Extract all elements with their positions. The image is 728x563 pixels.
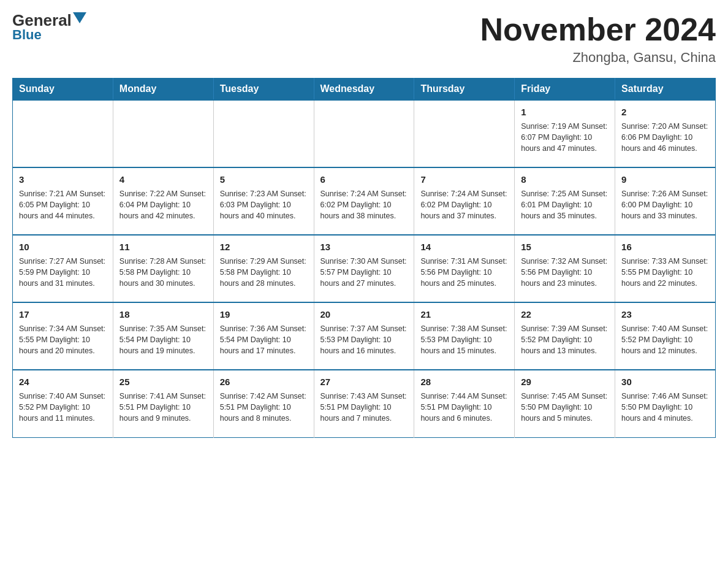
week-row-4: 17Sunrise: 7:34 AM Sunset: 5:55 PM Dayli… bbox=[13, 302, 716, 370]
calendar-cell bbox=[213, 100, 314, 167]
day-info: Sunrise: 7:22 AM Sunset: 6:04 PM Dayligh… bbox=[119, 188, 207, 221]
day-number: 20 bbox=[320, 308, 408, 321]
calendar-cell: 2Sunrise: 7:20 AM Sunset: 6:06 PM Daylig… bbox=[615, 100, 716, 167]
calendar-cell: 15Sunrise: 7:32 AM Sunset: 5:56 PM Dayli… bbox=[515, 235, 615, 302]
calendar-cell bbox=[113, 100, 213, 167]
logo-triangle-icon bbox=[73, 12, 86, 26]
day-number: 2 bbox=[621, 105, 709, 118]
day-info: Sunrise: 7:40 AM Sunset: 5:52 PM Dayligh… bbox=[19, 391, 107, 424]
day-number: 22 bbox=[521, 308, 609, 321]
calendar-cell: 26Sunrise: 7:42 AM Sunset: 5:51 PM Dayli… bbox=[213, 370, 314, 437]
day-number: 29 bbox=[521, 375, 609, 388]
title-area: November 2024 Zhongba, Gansu, China bbox=[480, 12, 716, 66]
weekday-header-monday: Monday bbox=[113, 79, 213, 101]
day-info: Sunrise: 7:20 AM Sunset: 6:06 PM Dayligh… bbox=[621, 121, 709, 154]
day-info: Sunrise: 7:23 AM Sunset: 6:03 PM Dayligh… bbox=[220, 188, 308, 221]
day-info: Sunrise: 7:30 AM Sunset: 5:57 PM Dayligh… bbox=[320, 256, 408, 289]
calendar-cell: 24Sunrise: 7:40 AM Sunset: 5:52 PM Dayli… bbox=[13, 370, 113, 437]
day-number: 26 bbox=[220, 375, 308, 388]
day-info: Sunrise: 7:31 AM Sunset: 5:56 PM Dayligh… bbox=[420, 256, 508, 289]
day-number: 23 bbox=[621, 308, 709, 321]
day-info: Sunrise: 7:40 AM Sunset: 5:52 PM Dayligh… bbox=[621, 323, 709, 356]
day-info: Sunrise: 7:26 AM Sunset: 6:00 PM Dayligh… bbox=[621, 188, 709, 221]
calendar-cell: 7Sunrise: 7:24 AM Sunset: 6:02 PM Daylig… bbox=[414, 167, 515, 235]
calendar-cell: 10Sunrise: 7:27 AM Sunset: 5:59 PM Dayli… bbox=[13, 235, 113, 302]
calendar-cell: 29Sunrise: 7:45 AM Sunset: 5:50 PM Dayli… bbox=[515, 370, 615, 437]
calendar-table: SundayMondayTuesdayWednesdayThursdayFrid… bbox=[12, 78, 716, 438]
day-number: 27 bbox=[320, 375, 408, 388]
calendar-cell: 8Sunrise: 7:25 AM Sunset: 6:01 PM Daylig… bbox=[515, 167, 615, 235]
calendar-title: November 2024 bbox=[480, 12, 716, 47]
day-info: Sunrise: 7:37 AM Sunset: 5:53 PM Dayligh… bbox=[320, 323, 408, 356]
day-number: 5 bbox=[220, 173, 308, 186]
day-number: 4 bbox=[119, 173, 207, 186]
day-info: Sunrise: 7:45 AM Sunset: 5:50 PM Dayligh… bbox=[521, 391, 609, 424]
calendar-cell: 21Sunrise: 7:38 AM Sunset: 5:53 PM Dayli… bbox=[414, 302, 515, 370]
svg-marker-0 bbox=[73, 12, 86, 23]
weekday-header-tuesday: Tuesday bbox=[213, 79, 314, 101]
day-info: Sunrise: 7:38 AM Sunset: 5:53 PM Dayligh… bbox=[420, 323, 508, 356]
calendar-cell: 18Sunrise: 7:35 AM Sunset: 5:54 PM Dayli… bbox=[113, 302, 213, 370]
logo-general-text: General bbox=[12, 12, 72, 28]
day-info: Sunrise: 7:33 AM Sunset: 5:55 PM Dayligh… bbox=[621, 256, 709, 289]
day-info: Sunrise: 7:39 AM Sunset: 5:52 PM Dayligh… bbox=[521, 323, 609, 356]
day-number: 16 bbox=[621, 240, 709, 253]
week-row-2: 3Sunrise: 7:21 AM Sunset: 6:05 PM Daylig… bbox=[13, 167, 716, 235]
day-number: 3 bbox=[19, 173, 107, 186]
calendar-cell: 16Sunrise: 7:33 AM Sunset: 5:55 PM Dayli… bbox=[615, 235, 716, 302]
weekday-header-friday: Friday bbox=[515, 79, 615, 101]
day-info: Sunrise: 7:24 AM Sunset: 6:02 PM Dayligh… bbox=[320, 188, 408, 221]
calendar-cell: 1Sunrise: 7:19 AM Sunset: 6:07 PM Daylig… bbox=[515, 100, 615, 167]
day-info: Sunrise: 7:34 AM Sunset: 5:55 PM Dayligh… bbox=[19, 323, 107, 356]
day-number: 19 bbox=[220, 308, 308, 321]
weekday-header-thursday: Thursday bbox=[414, 79, 515, 101]
day-info: Sunrise: 7:42 AM Sunset: 5:51 PM Dayligh… bbox=[220, 391, 308, 424]
calendar-cell: 13Sunrise: 7:30 AM Sunset: 5:57 PM Dayli… bbox=[314, 235, 414, 302]
calendar-cell: 6Sunrise: 7:24 AM Sunset: 6:02 PM Daylig… bbox=[314, 167, 414, 235]
day-info: Sunrise: 7:21 AM Sunset: 6:05 PM Dayligh… bbox=[19, 188, 107, 221]
calendar-cell: 28Sunrise: 7:44 AM Sunset: 5:51 PM Dayli… bbox=[414, 370, 515, 437]
day-info: Sunrise: 7:29 AM Sunset: 5:58 PM Dayligh… bbox=[220, 256, 308, 289]
day-number: 18 bbox=[119, 308, 207, 321]
week-row-5: 24Sunrise: 7:40 AM Sunset: 5:52 PM Dayli… bbox=[13, 370, 716, 437]
day-info: Sunrise: 7:24 AM Sunset: 6:02 PM Dayligh… bbox=[420, 188, 508, 221]
day-info: Sunrise: 7:28 AM Sunset: 5:58 PM Dayligh… bbox=[119, 256, 207, 289]
day-number: 17 bbox=[19, 308, 107, 321]
day-number: 9 bbox=[621, 173, 709, 186]
calendar-cell: 12Sunrise: 7:29 AM Sunset: 5:58 PM Dayli… bbox=[213, 235, 314, 302]
weekday-header-sunday: Sunday bbox=[13, 79, 113, 101]
calendar-cell: 19Sunrise: 7:36 AM Sunset: 5:54 PM Dayli… bbox=[213, 302, 314, 370]
day-number: 11 bbox=[119, 240, 207, 253]
calendar-cell: 3Sunrise: 7:21 AM Sunset: 6:05 PM Daylig… bbox=[13, 167, 113, 235]
calendar-cell: 25Sunrise: 7:41 AM Sunset: 5:51 PM Dayli… bbox=[113, 370, 213, 437]
day-number: 13 bbox=[320, 240, 408, 253]
calendar-cell: 4Sunrise: 7:22 AM Sunset: 6:04 PM Daylig… bbox=[113, 167, 213, 235]
calendar-cell bbox=[314, 100, 414, 167]
calendar-cell bbox=[414, 100, 515, 167]
day-info: Sunrise: 7:46 AM Sunset: 5:50 PM Dayligh… bbox=[621, 391, 709, 424]
calendar-cell: 11Sunrise: 7:28 AM Sunset: 5:58 PM Dayli… bbox=[113, 235, 213, 302]
day-info: Sunrise: 7:41 AM Sunset: 5:51 PM Dayligh… bbox=[119, 391, 207, 424]
day-info: Sunrise: 7:36 AM Sunset: 5:54 PM Dayligh… bbox=[220, 323, 308, 356]
day-number: 15 bbox=[521, 240, 609, 253]
day-number: 7 bbox=[420, 173, 508, 186]
calendar-cell: 30Sunrise: 7:46 AM Sunset: 5:50 PM Dayli… bbox=[615, 370, 716, 437]
day-number: 28 bbox=[420, 375, 508, 388]
calendar-cell bbox=[13, 100, 113, 167]
day-number: 1 bbox=[521, 105, 609, 118]
week-row-1: 1Sunrise: 7:19 AM Sunset: 6:07 PM Daylig… bbox=[13, 100, 716, 167]
calendar-cell: 22Sunrise: 7:39 AM Sunset: 5:52 PM Dayli… bbox=[515, 302, 615, 370]
day-info: Sunrise: 7:32 AM Sunset: 5:56 PM Dayligh… bbox=[521, 256, 609, 289]
logo-blue-text: Blue bbox=[12, 27, 42, 43]
day-info: Sunrise: 7:43 AM Sunset: 5:51 PM Dayligh… bbox=[320, 391, 408, 424]
day-number: 25 bbox=[119, 375, 207, 388]
day-info: Sunrise: 7:19 AM Sunset: 6:07 PM Dayligh… bbox=[521, 121, 609, 154]
day-number: 24 bbox=[19, 375, 107, 388]
calendar-subtitle: Zhongba, Gansu, China bbox=[480, 50, 716, 66]
calendar-cell: 9Sunrise: 7:26 AM Sunset: 6:00 PM Daylig… bbox=[615, 167, 716, 235]
header: General Blue November 2024 Zhongba, Gans… bbox=[12, 12, 716, 66]
weekday-header-row: SundayMondayTuesdayWednesdayThursdayFrid… bbox=[13, 79, 716, 101]
calendar-cell: 17Sunrise: 7:34 AM Sunset: 5:55 PM Dayli… bbox=[13, 302, 113, 370]
day-info: Sunrise: 7:44 AM Sunset: 5:51 PM Dayligh… bbox=[420, 391, 508, 424]
day-number: 30 bbox=[621, 375, 709, 388]
